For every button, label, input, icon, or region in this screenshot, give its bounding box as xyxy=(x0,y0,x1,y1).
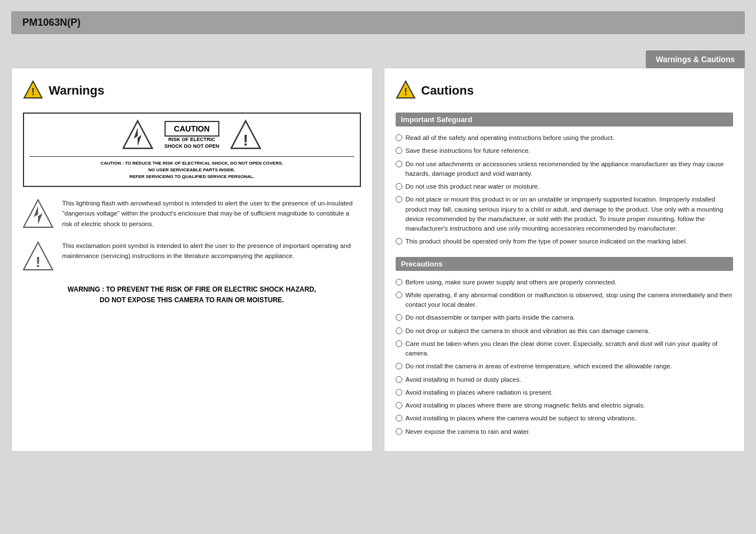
bullet-icon xyxy=(396,363,402,369)
caution-label-box: CAUTION RISK OF ELECTRICSHOCK DO NOT OPE… xyxy=(165,121,219,149)
precaution-item-3: Do not disassemble or tamper with parts … xyxy=(406,313,575,322)
precaution-item-11: Never expose the camera to rain and wate… xyxy=(406,427,530,437)
warnings-triangle-icon: ! xyxy=(23,79,43,101)
list-item: Do not disassemble or tamper with parts … xyxy=(396,313,734,322)
svg-marker-3 xyxy=(134,128,142,146)
bullet-icon xyxy=(396,279,402,285)
safeguard-item-5: Do not place or mount this product in or… xyxy=(406,195,734,233)
bullet-icon xyxy=(396,428,402,435)
list-item: Do not use attachments or accessories un… xyxy=(396,160,734,179)
list-item: Avoid installing in places where there a… xyxy=(396,401,734,410)
header-bar: PM1063N(P) xyxy=(11,11,745,34)
svg-text:!: ! xyxy=(36,254,41,270)
bullet-icon xyxy=(396,314,402,321)
precaution-item-9: Avoid installing in places where there a… xyxy=(406,401,645,410)
warnings-cautions-tab: Warnings & Cautions xyxy=(646,50,745,68)
svg-text:!: ! xyxy=(31,86,35,97)
warning-note: WARNING : TO PREVENT THE RISK OF FIRE OR… xyxy=(23,284,361,306)
precautions-heading: Precautions xyxy=(396,257,734,271)
bullet-icon xyxy=(396,292,402,298)
precaution-item-7: Avoid installing in humid or dusty place… xyxy=(406,375,522,385)
list-item: Do not drop or subject the camera to sho… xyxy=(396,326,734,336)
precaution-item-5: Care must be taken when you clean the cl… xyxy=(406,339,734,359)
svg-marker-7 xyxy=(34,206,43,224)
lightning-desc-text: This lightning flash with arrowhead symb… xyxy=(62,198,361,229)
list-item: Avoid installing in places where the cam… xyxy=(396,414,734,423)
list-item: Never expose the camera to rain and wate… xyxy=(396,427,734,437)
caution-label: CAUTION xyxy=(165,121,219,137)
list-item: Do not install the camera in areas of ex… xyxy=(396,362,734,371)
caution-sub-text: RISK OF ELECTRICSHOCK DO NOT OPEN xyxy=(165,137,219,149)
warning-note-bold: WARNING : TO PREVENT THE RISK OF FIRE OR… xyxy=(68,285,316,293)
important-safeguard-list: Read all of the safety and operating ins… xyxy=(396,133,734,247)
list-item: Save these instructions for future refer… xyxy=(396,146,734,156)
list-item: Avoid installing in places where radiati… xyxy=(396,388,734,397)
precaution-item-8: Avoid installing in places where radiati… xyxy=(406,388,553,397)
bullet-icon xyxy=(396,415,402,421)
bullet-icon xyxy=(396,238,402,245)
svg-text:!: ! xyxy=(243,132,248,149)
warnings-title-row: ! Warnings xyxy=(23,79,361,101)
bullet-icon xyxy=(396,134,402,141)
safeguard-item-6: This product should be operated only fro… xyxy=(406,237,688,246)
cautions-triangle-icon: ! xyxy=(396,79,416,101)
caution-footer-text: CAUTION : TO REDUCE THE RISK OF ELECTRIC… xyxy=(30,156,354,180)
bullet-icon xyxy=(396,389,402,396)
page-container: PM1063N(P) Warnings & Cautions ! Warning… xyxy=(0,0,756,534)
cautions-title-row: ! Cautions xyxy=(396,79,734,101)
bullet-icon xyxy=(396,147,402,154)
important-safeguard-heading: Important Safeguard xyxy=(396,113,734,127)
cautions-heading: Cautions xyxy=(421,83,474,98)
bullet-icon xyxy=(396,196,402,203)
safeguard-item-1: Read all of the safety and operating ins… xyxy=(406,133,614,143)
list-item: Care must be taken when you clean the cl… xyxy=(396,339,734,359)
list-item: Read all of the safety and operating ins… xyxy=(396,133,734,143)
bullet-icon xyxy=(396,161,402,167)
list-item: Do not place or mount this product in or… xyxy=(396,195,734,233)
exclamation-desc-text: This exclamation point symbol is intende… xyxy=(62,241,361,261)
warnings-heading: Warnings xyxy=(49,83,104,98)
precautions-section: Precautions Before using, make sure powe… xyxy=(396,257,734,437)
bullet-icon xyxy=(396,183,402,190)
precaution-item-4: Do not drop or subject the camera to sho… xyxy=(406,326,650,336)
exclamation-triangle-right: ! xyxy=(231,119,261,152)
list-item: While operating, if any abnormal conditi… xyxy=(396,291,734,310)
precaution-item-10: Avoid installing in places where the cam… xyxy=(406,414,637,423)
warnings-panel: ! Warnings CAUTION xyxy=(11,68,373,452)
precaution-item-1: Before using, make sure power supply and… xyxy=(406,278,617,287)
main-content: ! Warnings CAUTION xyxy=(11,68,745,452)
precaution-item-2: While operating, if any abnormal conditi… xyxy=(406,291,734,310)
safeguard-item-2: Save these instructions for future refer… xyxy=(406,146,530,156)
caution-box: CAUTION RISK OF ELECTRICSHOCK DO NOT OPE… xyxy=(23,113,361,187)
safeguard-item-4: Do not use this product near water or mo… xyxy=(406,182,540,191)
precautions-list: Before using, make sure power supply and… xyxy=(396,278,734,437)
list-item: Do not use this product near water or mo… xyxy=(396,182,734,191)
lightning-desc-row: This lightning flash with arrowhead symb… xyxy=(23,198,361,231)
list-item: This product should be operated only fro… xyxy=(396,237,734,246)
warning-note-rest: DO NOT EXPOSE THIS CAMERA TO RAIN OR MOI… xyxy=(100,296,284,304)
bullet-icon xyxy=(396,327,402,334)
lightning-triangle-left xyxy=(123,119,153,152)
exclamation-symbol-icon: ! xyxy=(23,241,54,273)
precaution-item-6: Do not install the camera in areas of ex… xyxy=(406,362,672,371)
bullet-icon xyxy=(396,340,402,347)
exclamation-desc-row: ! This exclamation point symbol is inten… xyxy=(23,241,361,273)
list-item: Before using, make sure power supply and… xyxy=(396,278,734,287)
lightning-symbol-icon xyxy=(23,198,54,231)
list-item: Avoid installing in humid or dusty place… xyxy=(396,375,734,385)
bullet-icon xyxy=(396,376,402,383)
caution-box-top-row: CAUTION RISK OF ELECTRICSHOCK DO NOT OPE… xyxy=(123,119,261,152)
cautions-panel: ! Cautions Important Safeguard Read all … xyxy=(384,68,745,452)
safeguard-item-3: Do not use attachments or accessories un… xyxy=(406,160,734,179)
page-title: PM1063N(P) xyxy=(22,17,734,29)
bullet-icon xyxy=(396,402,402,409)
svg-text:!: ! xyxy=(404,86,407,97)
